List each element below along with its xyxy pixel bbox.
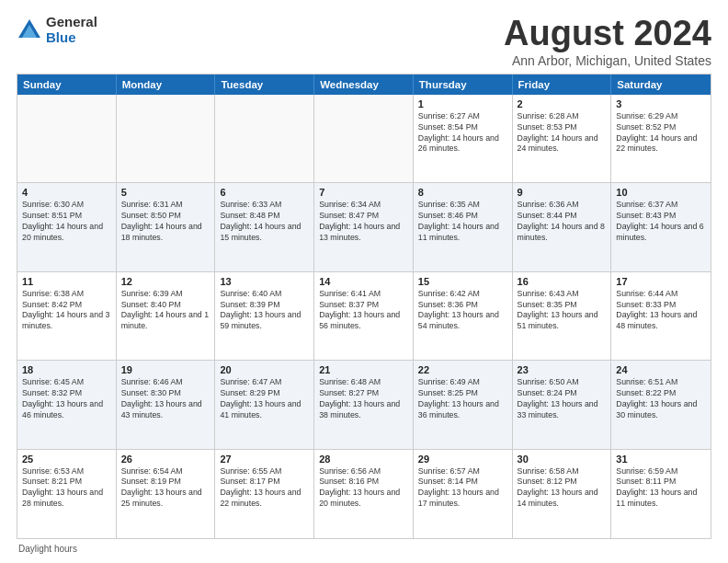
day-info: Sunrise: 6:51 AMSunset: 8:22 PMDaylight:…	[616, 377, 706, 421]
day-cell-10: 10Sunrise: 6:37 AMSunset: 8:43 PMDayligh…	[611, 183, 711, 270]
day-number: 14	[319, 276, 408, 287]
day-cell-17: 17Sunrise: 6:44 AMSunset: 8:33 PMDayligh…	[611, 272, 711, 360]
day-number: 13	[220, 276, 309, 287]
day-info: Sunrise: 6:59 AMSunset: 8:11 PMDaylight:…	[616, 466, 706, 511]
day-info: Sunrise: 6:36 AMSunset: 8:44 PMDaylight:…	[518, 200, 607, 244]
day-info: Sunrise: 6:47 AMSunset: 8:29 PMDaylight:…	[220, 377, 309, 421]
day-cell-3: 3Sunrise: 6:29 AMSunset: 8:52 PMDaylight…	[611, 95, 711, 182]
logo-text: General Blue	[46, 15, 97, 45]
day-number: 20	[220, 364, 309, 375]
calendar-row-1: 1Sunrise: 6:27 AMSunset: 8:54 PMDaylight…	[17, 95, 711, 183]
calendar-row-5: 25Sunrise: 6:53 AMSunset: 8:21 PMDayligh…	[17, 450, 711, 538]
day-cell-30: 30Sunrise: 6:58 AMSunset: 8:12 PMDayligh…	[513, 450, 612, 538]
day-cell-19: 19Sunrise: 6:46 AMSunset: 8:30 PMDayligh…	[117, 361, 216, 448]
day-info: Sunrise: 6:27 AMSunset: 8:54 PMDaylight:…	[418, 111, 507, 155]
header-day-friday: Friday	[513, 75, 612, 95]
day-cell-22: 22Sunrise: 6:49 AMSunset: 8:25 PMDayligh…	[414, 361, 513, 448]
day-number: 24	[616, 364, 706, 375]
day-number: 1	[418, 98, 507, 109]
day-cell-15: 15Sunrise: 6:42 AMSunset: 8:36 PMDayligh…	[414, 272, 513, 360]
day-number: 11	[22, 276, 111, 287]
day-cell-8: 8Sunrise: 6:35 AMSunset: 8:46 PMDaylight…	[414, 183, 513, 270]
day-info: Sunrise: 6:48 AMSunset: 8:27 PMDaylight:…	[319, 377, 408, 421]
day-number: 16	[518, 276, 607, 287]
day-number: 25	[22, 454, 111, 465]
subtitle: Ann Arbor, Michigan, United States	[504, 53, 711, 68]
day-number: 2	[518, 98, 607, 109]
day-number: 28	[319, 454, 408, 465]
header-day-wednesday: Wednesday	[314, 75, 414, 95]
day-cell-9: 9Sunrise: 6:36 AMSunset: 8:44 PMDaylight…	[513, 183, 612, 270]
day-cell-23: 23Sunrise: 6:50 AMSunset: 8:24 PMDayligh…	[513, 361, 612, 448]
page-header: General Blue August 2024 Ann Arbor, Mich…	[17, 15, 711, 68]
empty-cell	[17, 95, 117, 182]
logo-icon	[17, 17, 42, 43]
day-number: 21	[319, 364, 408, 375]
footer-note: Daylight hours	[17, 544, 711, 554]
day-info: Sunrise: 6:37 AMSunset: 8:43 PMDaylight:…	[616, 200, 706, 244]
day-info: Sunrise: 6:46 AMSunset: 8:30 PMDaylight:…	[121, 377, 210, 421]
day-info: Sunrise: 6:42 AMSunset: 8:36 PMDaylight:…	[418, 289, 507, 333]
day-info: Sunrise: 6:45 AMSunset: 8:32 PMDaylight:…	[22, 377, 111, 421]
day-number: 18	[22, 364, 111, 375]
day-number: 22	[418, 364, 507, 375]
empty-cell	[215, 95, 314, 182]
day-number: 17	[616, 276, 706, 287]
day-info: Sunrise: 6:56 AMSunset: 8:16 PMDaylight:…	[319, 466, 408, 511]
title-block: August 2024 Ann Arbor, Michigan, United …	[504, 15, 711, 68]
day-cell-5: 5Sunrise: 6:31 AMSunset: 8:50 PMDaylight…	[117, 183, 216, 270]
day-info: Sunrise: 6:41 AMSunset: 8:37 PMDaylight:…	[319, 289, 408, 333]
day-cell-6: 6Sunrise: 6:33 AMSunset: 8:48 PMDaylight…	[215, 183, 314, 270]
day-cell-2: 2Sunrise: 6:28 AMSunset: 8:53 PMDaylight…	[513, 95, 612, 182]
day-info: Sunrise: 6:43 AMSunset: 8:35 PMDaylight:…	[518, 289, 607, 333]
day-cell-25: 25Sunrise: 6:53 AMSunset: 8:21 PMDayligh…	[17, 450, 117, 538]
day-number: 6	[220, 187, 309, 198]
day-number: 15	[418, 276, 507, 287]
calendar-header: SundayMondayTuesdayWednesdayThursdayFrid…	[17, 75, 711, 95]
day-info: Sunrise: 6:28 AMSunset: 8:53 PMDaylight:…	[518, 111, 607, 155]
header-day-sunday: Sunday	[17, 75, 117, 95]
header-day-thursday: Thursday	[414, 75, 513, 95]
day-number: 10	[616, 187, 706, 198]
day-number: 29	[418, 454, 507, 465]
day-info: Sunrise: 6:40 AMSunset: 8:39 PMDaylight:…	[220, 289, 309, 333]
day-info: Sunrise: 6:30 AMSunset: 8:51 PMDaylight:…	[22, 200, 111, 244]
calendar-row-2: 4Sunrise: 6:30 AMSunset: 8:51 PMDaylight…	[17, 183, 711, 271]
day-cell-18: 18Sunrise: 6:45 AMSunset: 8:32 PMDayligh…	[17, 361, 117, 448]
day-cell-20: 20Sunrise: 6:47 AMSunset: 8:29 PMDayligh…	[215, 361, 314, 448]
day-info: Sunrise: 6:31 AMSunset: 8:50 PMDaylight:…	[121, 200, 210, 244]
day-cell-12: 12Sunrise: 6:39 AMSunset: 8:40 PMDayligh…	[117, 272, 216, 360]
day-number: 19	[121, 364, 210, 375]
day-number: 30	[518, 454, 607, 465]
day-cell-29: 29Sunrise: 6:57 AMSunset: 8:14 PMDayligh…	[414, 450, 513, 538]
day-info: Sunrise: 6:35 AMSunset: 8:46 PMDaylight:…	[418, 200, 507, 244]
day-info: Sunrise: 6:53 AMSunset: 8:21 PMDaylight:…	[22, 466, 111, 511]
day-cell-24: 24Sunrise: 6:51 AMSunset: 8:22 PMDayligh…	[611, 361, 711, 448]
day-number: 9	[518, 187, 607, 198]
day-info: Sunrise: 6:50 AMSunset: 8:24 PMDaylight:…	[518, 377, 607, 421]
day-number: 26	[121, 454, 210, 465]
day-number: 5	[121, 187, 210, 198]
calendar-body: 1Sunrise: 6:27 AMSunset: 8:54 PMDaylight…	[17, 95, 711, 538]
page: General Blue August 2024 Ann Arbor, Mich…	[0, 0, 728, 563]
day-info: Sunrise: 6:34 AMSunset: 8:47 PMDaylight:…	[319, 200, 408, 244]
day-info: Sunrise: 6:49 AMSunset: 8:25 PMDaylight:…	[418, 377, 507, 421]
day-cell-28: 28Sunrise: 6:56 AMSunset: 8:16 PMDayligh…	[314, 450, 414, 538]
calendar-row-3: 11Sunrise: 6:38 AMSunset: 8:42 PMDayligh…	[17, 272, 711, 361]
day-info: Sunrise: 6:58 AMSunset: 8:12 PMDaylight:…	[518, 466, 607, 511]
day-number: 4	[22, 187, 111, 198]
header-day-saturday: Saturday	[611, 75, 711, 95]
day-cell-27: 27Sunrise: 6:55 AMSunset: 8:17 PMDayligh…	[215, 450, 314, 538]
day-cell-7: 7Sunrise: 6:34 AMSunset: 8:47 PMDaylight…	[314, 183, 414, 270]
header-day-monday: Monday	[117, 75, 216, 95]
day-cell-31: 31Sunrise: 6:59 AMSunset: 8:11 PMDayligh…	[611, 450, 711, 538]
day-cell-11: 11Sunrise: 6:38 AMSunset: 8:42 PMDayligh…	[17, 272, 117, 360]
calendar: SundayMondayTuesdayWednesdayThursdayFrid…	[17, 74, 711, 539]
logo-blue: Blue	[46, 30, 97, 46]
day-cell-16: 16Sunrise: 6:43 AMSunset: 8:35 PMDayligh…	[513, 272, 612, 360]
day-info: Sunrise: 6:44 AMSunset: 8:33 PMDaylight:…	[616, 289, 706, 333]
day-cell-1: 1Sunrise: 6:27 AMSunset: 8:54 PMDaylight…	[414, 95, 513, 182]
day-info: Sunrise: 6:33 AMSunset: 8:48 PMDaylight:…	[220, 200, 309, 244]
header-day-tuesday: Tuesday	[215, 75, 314, 95]
empty-cell	[314, 95, 414, 182]
